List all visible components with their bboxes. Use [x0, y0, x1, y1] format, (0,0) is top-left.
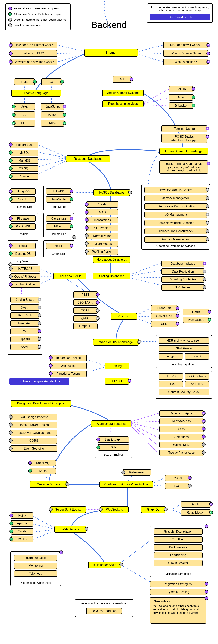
- node-observability[interactable]: Observability Metrics logging and other …: [150, 597, 206, 624]
- node-transactions[interactable]: Transactions: [86, 217, 118, 223]
- node-oracle[interactable]: Oracle: [10, 173, 38, 180]
- node-hosting[interactable]: What is hosting?: [163, 58, 208, 65]
- node-networking[interactable]: Basic Networking Concepts: [144, 220, 207, 226]
- node-solr[interactable]: Solr: [98, 444, 129, 451]
- node-scrypt[interactable]: scrypt: [158, 353, 183, 360]
- node-soa[interactable]: SOA: [160, 426, 204, 432]
- node-internet-how[interactable]: How does the internet work?: [10, 42, 57, 48]
- node-docker[interactable]: Docker: [165, 475, 190, 481]
- node-websockets[interactable]: WebSockets: [100, 506, 128, 513]
- node-client-side[interactable]: Client Side: [151, 305, 177, 312]
- node-rabbitmq[interactable]: RabbitMQ: [30, 460, 56, 466]
- node-grpc[interactable]: gRPC: [73, 315, 98, 322]
- node-service-mesh[interactable]: Service Mesh: [160, 442, 204, 448]
- node-ssltls[interactable]: SSL/TLS: [185, 381, 209, 388]
- node-influxdb[interactable]: InfluxDB: [46, 188, 71, 195]
- node-gof[interactable]: GOF Design Patterns: [10, 414, 57, 420]
- node-devops-roadmap[interactable]: DevOps Roadmap: [86, 608, 122, 614]
- node-more-db[interactable]: More about Databases: [93, 256, 130, 263]
- node-web-security[interactable]: Web Security Knowledge: [93, 339, 139, 346]
- node-jsonapi[interactable]: JSON APIs: [73, 300, 98, 306]
- node-cookie[interactable]: Cookie Based: [10, 296, 40, 303]
- node-git[interactable]: Git: [112, 76, 131, 83]
- node-repo-hosting[interactable]: Repo hosting services: [102, 100, 144, 107]
- node-rust[interactable]: Rust: [14, 78, 35, 85]
- node-basic-auth[interactable]: Basic Auth: [10, 312, 40, 319]
- node-cors[interactable]: CORS: [158, 381, 183, 388]
- node-event-sourcing[interactable]: Event Sourcing: [10, 446, 57, 452]
- node-circuit-breaker[interactable]: Circuit Breaker: [154, 560, 202, 566]
- node-tdd[interactable]: Test Driven Development: [10, 430, 57, 436]
- node-rethinkdb[interactable]: RethinkDB: [10, 223, 36, 230]
- node-go[interactable]: Go: [41, 78, 62, 85]
- node-sharding[interactable]: Sharding Strategies: [161, 276, 204, 283]
- node-php[interactable]: PHP: [14, 120, 35, 126]
- node-profiling[interactable]: Profiling Perfor.: [86, 248, 118, 255]
- node-normalization[interactable]: Normalization: [86, 233, 118, 239]
- node-message-brokers[interactable]: Message Brokers: [30, 481, 67, 488]
- node-sse[interactable]: Server Sent Events: [50, 506, 86, 513]
- node-loadshifting[interactable]: Loadshifting: [154, 552, 202, 558]
- node-design-dev-principles[interactable]: Design and Development Principles: [11, 400, 71, 407]
- node-graceful[interactable]: Graceful Degradation: [154, 528, 202, 535]
- node-caddy[interactable]: Caddy: [11, 528, 34, 534]
- node-github[interactable]: GitHub: [169, 86, 193, 92]
- node-apache[interactable]: Apache: [11, 520, 34, 527]
- node-telemetry[interactable]: Telemetry: [14, 570, 57, 577]
- node-mssql[interactable]: MS SQL: [10, 165, 38, 172]
- node-nginx[interactable]: Nginx: [11, 512, 34, 519]
- node-soap[interactable]: SOAP: [73, 307, 98, 314]
- node-testing[interactable]: Testing: [105, 363, 129, 370]
- node-browsers[interactable]: Browsers and how they work?: [10, 58, 57, 65]
- node-https[interactable]: HTTPS: [158, 373, 183, 380]
- node-graphql[interactable]: GraphQL: [141, 506, 166, 513]
- node-openid[interactable]: OpenID: [10, 336, 40, 342]
- node-microservices[interactable]: Microservices: [160, 418, 204, 424]
- node-csharp[interactable]: C#: [14, 112, 35, 118]
- node-containerization[interactable]: Containerization vs Virtualization: [100, 481, 153, 488]
- node-ddd[interactable]: Domain Driven Design: [10, 422, 57, 428]
- node-jwt[interactable]: JWT: [10, 328, 40, 334]
- node-serverless[interactable]: Serverless: [160, 434, 204, 440]
- node-mariadb[interactable]: MariaDB: [10, 158, 38, 164]
- node-couchdb[interactable]: CouchDB: [10, 196, 36, 202]
- node-caching[interactable]: Caching: [111, 313, 137, 320]
- node-building-for-scale[interactable]: Building for Scale: [88, 562, 121, 568]
- node-csp[interactable]: Content Security Policy: [158, 389, 209, 395]
- node-threads[interactable]: Threads and Concurrency: [144, 228, 207, 234]
- node-migration-strategies[interactable]: Migration Strategies: [150, 581, 206, 587]
- node-hbase[interactable]: HBase: [46, 223, 71, 230]
- node-rest[interactable]: REST: [73, 292, 98, 298]
- node-scaling-db[interactable]: Scaling Databases: [93, 273, 130, 280]
- node-instrumentation[interactable]: Instrumentation: [14, 555, 57, 561]
- node-data-replication[interactable]: Data Replication: [161, 268, 204, 275]
- node-dynamodb[interactable]: DynamoDB: [10, 250, 36, 257]
- node-apis[interactable]: Learn about APIs: [54, 273, 86, 280]
- node-kafka[interactable]: Kafka: [30, 468, 56, 474]
- node-terminal-usage[interactable]: Terminal Usage: [161, 126, 207, 132]
- node-what-is-http[interactable]: What is HTTP?: [10, 50, 57, 57]
- node-mysql[interactable]: MySQL: [10, 150, 38, 156]
- node-neo4j[interactable]: Neo4j: [46, 243, 71, 249]
- node-orms[interactable]: ORMs: [86, 201, 118, 208]
- node-memcached[interactable]: Memcached: [183, 317, 209, 323]
- node-cache-redis[interactable]: Redis: [183, 309, 209, 315]
- node-domain-name[interactable]: What is Domain Name: [163, 50, 208, 57]
- node-kubernetes[interactable]: Kubernetes: [123, 469, 151, 476]
- node-web-servers[interactable]: Web Servers: [54, 526, 86, 533]
- node-cicd[interactable]: CI / CD: [105, 378, 129, 384]
- node-posix[interactable]: POSIX Basics stdin, stdout, stderr, pipe…: [161, 134, 207, 143]
- node-dns[interactable]: DNS and how it works?: [163, 42, 208, 48]
- node-ruby[interactable]: Ruby: [41, 120, 64, 126]
- node-db-indexes[interactable]: Database Indexes: [161, 260, 204, 267]
- node-lxc[interactable]: LXC: [165, 483, 190, 489]
- node-throttling[interactable]: Throttling: [154, 536, 202, 543]
- cta-button[interactable]: https:// roadmap.sh: [150, 14, 210, 20]
- node-md5[interactable]: MD5 and why not to use it: [158, 338, 209, 344]
- node-postgresql[interactable]: PostgreSQL: [10, 142, 38, 148]
- node-owasp[interactable]: OWASP Risks: [185, 373, 209, 380]
- node-twelve-factor[interactable]: Twelve Factor Apps: [160, 450, 204, 456]
- node-learn-language[interactable]: Learn a Language: [11, 90, 61, 97]
- node-failure-modes[interactable]: Failure Modes: [86, 241, 118, 247]
- node-token-auth[interactable]: Token Auth: [10, 320, 40, 326]
